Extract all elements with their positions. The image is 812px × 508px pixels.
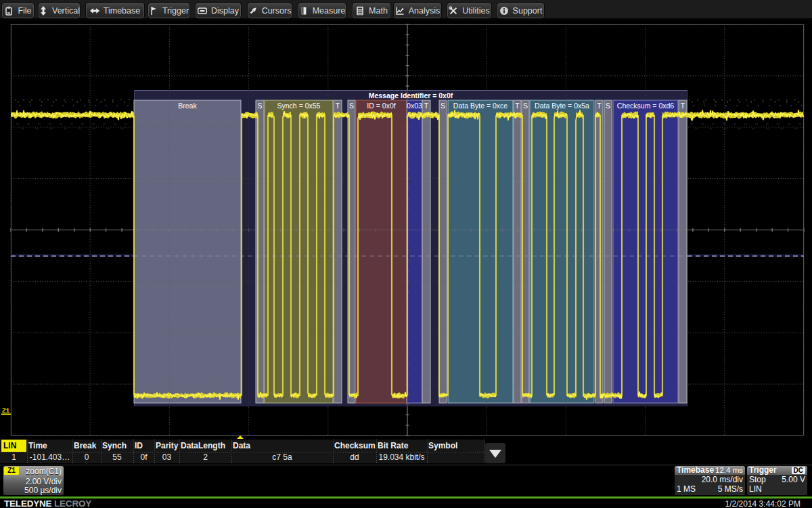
svg-text:0x03: 0x03: [407, 102, 422, 110]
svg-text:S: S: [349, 102, 354, 110]
svg-text:S: S: [606, 102, 610, 110]
svg-text:T: T: [336, 102, 340, 110]
svg-text:T: T: [681, 102, 685, 110]
svg-text:Break: Break: [178, 102, 197, 110]
svg-text:Data Byte = 0xce: Data Byte = 0xce: [453, 102, 508, 110]
svg-text:S: S: [441, 102, 445, 110]
svg-text:Synch = 0x55: Synch = 0x55: [277, 102, 321, 110]
svg-text:S: S: [523, 102, 528, 110]
svg-text:Data Byte = 0x5a: Data Byte = 0x5a: [535, 102, 589, 110]
svg-text:Message Identifier = 0x0f: Message Identifier = 0x0f: [369, 91, 453, 100]
svg-text:Z1: Z1: [2, 406, 10, 414]
svg-text:T: T: [597, 102, 602, 110]
svg-text:T: T: [515, 102, 520, 110]
svg-text:Checksum = 0xd6: Checksum = 0xd6: [617, 102, 674, 110]
svg-text:ID = 0x0f: ID = 0x0f: [367, 102, 395, 110]
svg-text:T: T: [424, 102, 429, 110]
svg-text:S: S: [257, 102, 262, 110]
